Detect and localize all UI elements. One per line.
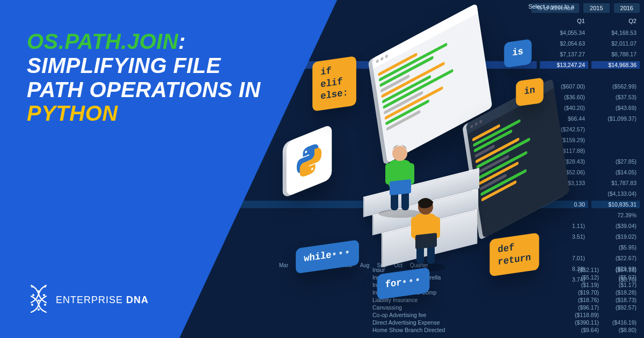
bubble-in: in xyxy=(516,77,543,106)
title-python: PYTHON xyxy=(27,101,118,125)
bubble-for-text: for xyxy=(385,277,402,290)
bubble-is-text: is xyxy=(513,46,524,58)
bubble-is: is xyxy=(504,39,531,68)
bubble-in-text: in xyxy=(524,85,536,97)
isometric-illustration: if elif else: is in while••• for••• def … xyxy=(279,32,623,311)
python-logo-icon xyxy=(295,138,324,182)
title-line2: SIMPLIFYING FILE xyxy=(27,54,221,77)
svg-point-8 xyxy=(38,308,40,311)
svg-point-1 xyxy=(44,285,46,288)
svg-rect-22 xyxy=(411,217,418,238)
logo-word-1: ENTERPRISE xyxy=(56,295,123,305)
bubble-for: for••• xyxy=(377,267,430,299)
svg-point-5 xyxy=(38,299,40,302)
svg-point-2 xyxy=(38,290,40,292)
svg-point-4 xyxy=(43,294,45,296)
bubble-while-text: while xyxy=(304,249,331,264)
svg-point-13 xyxy=(392,146,407,161)
title-colon: : xyxy=(178,30,186,53)
svg-rect-24 xyxy=(415,233,437,249)
bubble-if-elif-else: if elif else: xyxy=(312,56,356,111)
title-line3: PATH OPERATIONS IN xyxy=(27,78,261,101)
bubble-def-return: def return xyxy=(489,233,539,277)
bubble-while: while••• xyxy=(296,240,359,274)
svg-rect-14 xyxy=(385,163,392,185)
title-ospathjoin: OS.PATH.JOIN xyxy=(27,30,178,53)
logo-word-2: DNA xyxy=(126,295,149,305)
brand-logo: ENTERPRISE DNA xyxy=(27,284,149,315)
dna-helix-icon xyxy=(27,284,50,315)
svg-point-0 xyxy=(31,285,33,288)
person-yellow-shirt xyxy=(396,186,460,271)
svg-point-7 xyxy=(44,304,46,306)
svg-point-3 xyxy=(32,294,34,296)
logo-text: ENTERPRISE DNA xyxy=(56,295,149,306)
python-logo-card xyxy=(287,124,332,197)
svg-point-6 xyxy=(31,304,33,306)
page-title: OS.PATH.JOIN: SIMPLIFYING FILE PATH OPER… xyxy=(27,30,261,126)
